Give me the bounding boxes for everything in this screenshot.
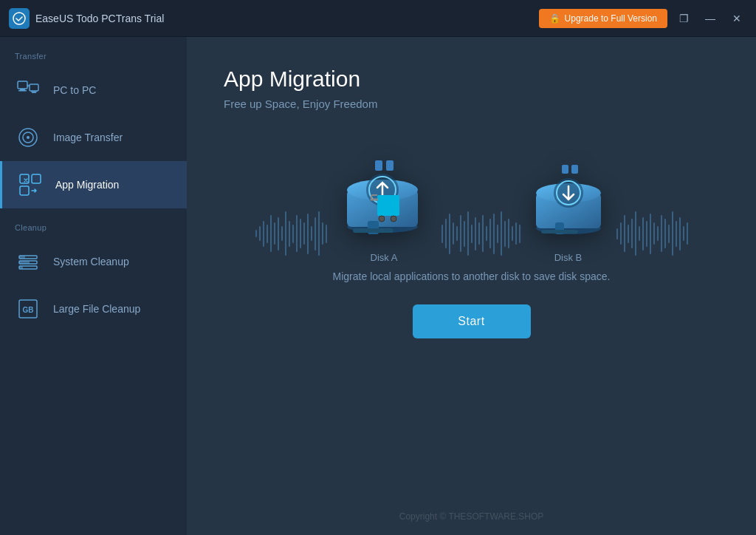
- svg-rect-29: [386, 160, 394, 171]
- svg-rect-1: [18, 81, 27, 89]
- close-button[interactable]: ✕: [726, 8, 747, 29]
- svg-rect-28: [375, 160, 382, 171]
- sidebar-item-system-cleanup-label: System Cleanup: [53, 256, 129, 268]
- svg-rect-18: [19, 266, 23, 269]
- disk-a-container: Disk A: [327, 140, 441, 263]
- sidebar-item-image-transfer[interactable]: Image Transfer: [0, 114, 187, 161]
- title-bar: EaseUS Todo PCTrans Trial 🔒 Upgrade to F…: [0, 0, 756, 37]
- page-title: App Migration: [224, 67, 719, 92]
- sidebar-item-pc-to-pc-label: PC to PC: [53, 84, 96, 96]
- migration-visual: Disk A: [224, 140, 719, 282]
- svg-rect-24: [353, 228, 394, 233]
- svg-rect-3: [18, 90, 27, 92]
- disk-b-svg: [520, 147, 616, 243]
- svg-point-32: [391, 216, 396, 222]
- restore-button[interactable]: ❐: [673, 8, 694, 29]
- start-button[interactable]: Start: [413, 304, 531, 338]
- main-layout: Transfer PC to PC: [0, 37, 756, 535]
- pc-to-pc-icon: [15, 77, 41, 103]
- transfer-section-label: Transfer: [0, 52, 187, 67]
- svg-rect-16: [19, 261, 30, 264]
- svg-rect-11: [32, 174, 41, 183]
- svg-rect-6: [32, 92, 36, 94]
- app-logo: EaseUS Todo PCTrans Trial: [9, 8, 539, 29]
- svg-rect-40: [562, 165, 568, 174]
- svg-point-9: [27, 136, 30, 139]
- title-bar-controls: 🔒 Upgrade to Full Version ❐ — ✕: [539, 8, 747, 29]
- migration-description: Migrate local applications to another di…: [333, 270, 611, 282]
- disks-row: Disk A: [255, 140, 688, 263]
- system-cleanup-icon: [15, 248, 41, 275]
- svg-point-0: [13, 13, 25, 24]
- sidebar-item-app-migration-label: App Migration: [55, 179, 119, 191]
- svg-rect-30: [377, 195, 399, 216]
- svg-rect-2: [20, 89, 25, 90]
- disk-b-container: Disk B: [520, 147, 616, 263]
- center-waveform: [441, 204, 520, 263]
- svg-rect-41: [571, 165, 578, 174]
- image-transfer-icon: [15, 124, 41, 151]
- copyright: Copyright © THESOFTWARE.SHOP: [399, 511, 544, 522]
- disk-a-label: Disk A: [371, 252, 398, 263]
- disk-a-svg: [327, 140, 441, 243]
- upgrade-label: Upgrade to Full Version: [565, 13, 657, 24]
- svg-rect-12: [20, 186, 29, 195]
- svg-rect-36: [541, 230, 578, 234]
- left-waveform: [255, 204, 327, 263]
- app-migration-icon: [17, 171, 44, 198]
- right-waveform: [616, 204, 688, 263]
- minimize-button[interactable]: —: [700, 8, 721, 29]
- svg-text:GB: GB: [23, 306, 34, 314]
- large-file-cleanup-icon: GB: [15, 296, 41, 322]
- logo-icon: [9, 8, 30, 29]
- sidebar-item-app-migration[interactable]: App Migration: [0, 161, 187, 208]
- disk-b-label: Disk B: [554, 252, 583, 263]
- cleanup-section-label: Cleanup: [0, 223, 187, 238]
- sidebar-item-pc-to-pc[interactable]: PC to PC: [0, 67, 187, 114]
- content-area: App Migration Free up Space, Enjoy Freed…: [187, 37, 756, 535]
- svg-rect-5: [31, 91, 37, 92]
- sidebar-item-large-file-cleanup[interactable]: GB Large File Cleanup: [0, 285, 187, 333]
- lock-icon: 🔒: [549, 13, 560, 24]
- svg-rect-14: [19, 256, 25, 259]
- sidebar-item-large-file-cleanup-label: Large File Cleanup: [53, 303, 140, 315]
- svg-point-31: [379, 216, 385, 222]
- page-subtitle: Free up Space, Enjoy Freedom: [224, 98, 719, 110]
- sidebar: Transfer PC to PC: [0, 37, 187, 535]
- app-title: EaseUS Todo PCTrans Trial: [35, 13, 164, 24]
- sidebar-item-image-transfer-label: Image Transfer: [53, 132, 123, 143]
- upgrade-button[interactable]: 🔒 Upgrade to Full Version: [539, 9, 667, 28]
- svg-rect-4: [30, 84, 38, 91]
- sidebar-item-system-cleanup[interactable]: System Cleanup: [0, 238, 187, 285]
